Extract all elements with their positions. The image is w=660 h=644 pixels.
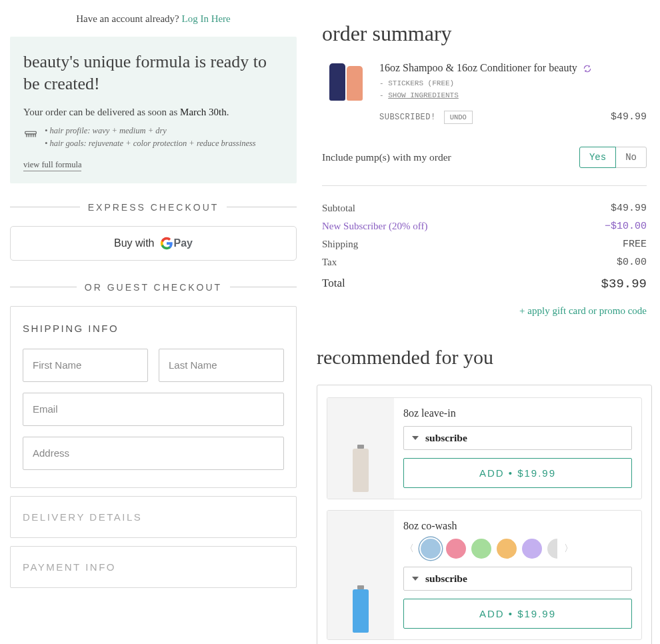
pump-no-button[interactable]: No [615, 147, 647, 168]
total-value: $39.99 [601, 277, 647, 291]
subscribed-badge: SUBSCRIBED! [379, 113, 436, 122]
delivery-details-section[interactable]: DELIVERY DETAILS [10, 496, 297, 538]
promo-label: New Subscriber (20% off) [322, 221, 427, 232]
login-link[interactable]: Log In Here [181, 13, 230, 24]
add-button[interactable]: ADD • $19.99 [403, 599, 632, 629]
formula-title: beauty's unique formula is ready to be c… [23, 51, 283, 95]
order-summary-box: 16oz Shampoo & 16oz Conditioner for beau… [317, 61, 652, 317]
show-ingredients-row: - SHOW INGREDIENTS [379, 91, 647, 99]
last-name-field[interactable] [159, 349, 284, 382]
subtotal-label: Subtotal [322, 203, 355, 214]
color-swatch-partial[interactable] [547, 539, 557, 559]
product-name: 16oz Shampoo & 16oz Conditioner for beau… [379, 61, 647, 75]
address-field[interactable] [23, 437, 284, 470]
pump-toggle: Yes No [579, 147, 647, 168]
color-swatch[interactable] [522, 539, 542, 559]
first-name-field[interactable] [23, 349, 148, 382]
view-full-formula-link[interactable]: view full formula [23, 160, 81, 171]
shipping-label: Shipping [322, 239, 358, 250]
swatch-prev-icon[interactable]: 〈 [403, 543, 415, 555]
subscribe-dropdown[interactable]: subscribe [403, 567, 632, 591]
shipping-value: FREE [623, 239, 647, 250]
bottle-icon [353, 449, 369, 492]
express-checkout-heading: EXPRESS CHECKOUT [10, 202, 297, 213]
tax-value: $0.00 [617, 257, 647, 268]
formula-box: beauty's unique formula is ready to be c… [10, 37, 297, 183]
chevron-down-icon [412, 577, 419, 581]
recommended-thumbnail [327, 398, 394, 499]
hair-profile-line: • hair profile: wavy + medium + dry [45, 125, 256, 137]
shipping-info-title: SHIPPING INFO [23, 323, 284, 334]
total-label: Total [322, 277, 345, 291]
bottle-icon [329, 63, 345, 101]
swatch-next-icon[interactable]: 〉 [563, 543, 575, 555]
show-ingredients-link[interactable]: SHOW INGREDIENTS [388, 91, 459, 99]
promo-value: −$10.00 [605, 221, 647, 232]
include-pumps-label: Include pump(s) with my order [322, 151, 451, 163]
color-swatch-row: 〈 〉 [403, 539, 632, 559]
recommended-box: 8oz leave-in subscribe ADD • $19.99 8oz … [317, 385, 652, 644]
product-thumbnail [322, 61, 370, 101]
email-field[interactable] [23, 393, 284, 426]
chevron-down-icon [412, 436, 419, 440]
recommended-item: 8oz co-wash 〈 〉 [327, 510, 642, 640]
subscribe-dropdown[interactable]: subscribe [403, 426, 632, 450]
bottle-icon [353, 589, 369, 633]
delivery-line: Your order can be delivered as soon as M… [23, 107, 283, 118]
recommended-product-name: 8oz leave-in [403, 407, 632, 419]
recommended-product-name: 8oz co-wash [403, 520, 632, 532]
color-swatch[interactable] [471, 539, 491, 559]
add-button[interactable]: ADD • $19.99 [403, 458, 632, 488]
login-prompt: Have an account already? Log In Here [10, 13, 297, 25]
recommended-title: recommended for you [317, 346, 652, 369]
stickers-meta: - STICKERS (FREE) [379, 79, 647, 87]
google-pay-icon: Pay [160, 237, 193, 250]
hair-goals-line: • hair goals: rejuvenate + color protect… [45, 137, 256, 150]
line-item-price: $49.99 [611, 111, 647, 123]
guest-checkout-heading: OR GUEST CHECKOUT [10, 282, 297, 293]
tax-label: Tax [322, 257, 337, 268]
refresh-icon [583, 64, 592, 73]
comb-icon [23, 126, 38, 141]
bottle-icon [347, 66, 363, 101]
color-swatch[interactable] [497, 539, 517, 559]
recommended-thumbnail [327, 511, 394, 639]
svg-rect-0 [25, 131, 37, 134]
shipping-info-panel: SHIPPING INFO [10, 306, 297, 488]
pump-yes-button[interactable]: Yes [579, 147, 616, 168]
google-pay-button[interactable]: Buy with Pay [10, 226, 297, 261]
apply-promo-link[interactable]: + apply gift card or promo code [322, 305, 647, 317]
order-summary-title: order summary [322, 21, 652, 46]
recommended-item: 8oz leave-in subscribe ADD • $19.99 [327, 397, 642, 499]
payment-info-section[interactable]: PAYMENT INFO [10, 546, 297, 588]
color-swatch[interactable] [421, 539, 441, 559]
subtotal-value: $49.99 [611, 203, 647, 214]
undo-button[interactable]: UNDO [444, 111, 473, 124]
color-swatch[interactable] [446, 539, 466, 559]
